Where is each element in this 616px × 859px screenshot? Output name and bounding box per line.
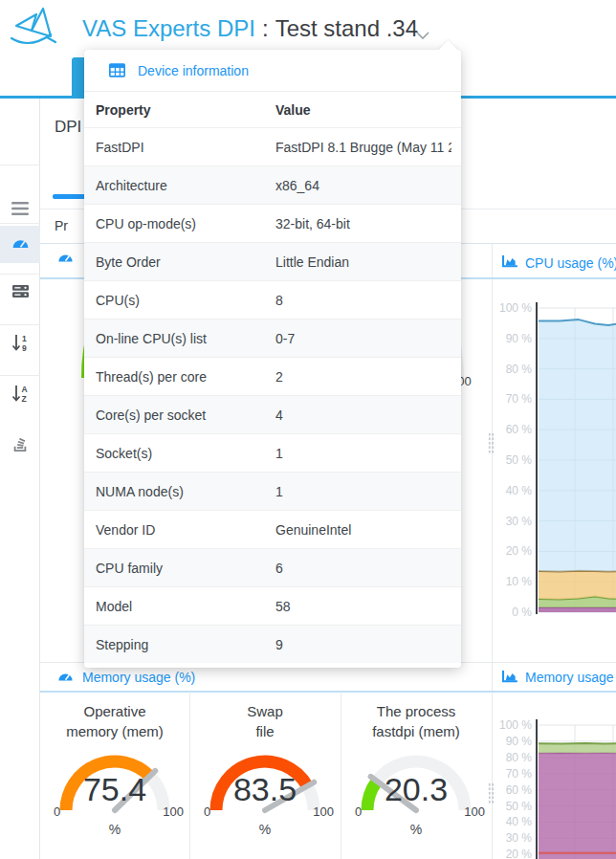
cell-value: 32-bit, 64-bit [275,216,451,231]
gauge-title-line1: Swap [190,702,340,721]
gauge-title-line1: Operative [40,702,189,721]
gauge-title-line1: The process [341,702,491,721]
app-window: VAS Experts DPI:Test stand .34 [0,0,616,859]
y-tick-label: 100 % [486,301,532,315]
cell-property: Model [96,599,275,614]
cell-value: 8 [275,293,451,308]
cell-property: CPU op-mode(s) [96,216,275,231]
menu-item-device-information[interactable]: Device information [84,50,461,92]
svg-text:9: 9 [22,343,27,352]
cell-value: 9 [275,637,451,652]
y-tick-label: 40 % [486,484,532,497]
cell-property: Thread(s) per core [96,369,275,385]
gauge-unit: % [341,822,491,837]
title-separator: : [255,15,275,42]
sidebar-item-devices[interactable] [0,283,40,299]
vas-experts-logo-icon [8,5,63,53]
sidebar-toggle-menu[interactable] [0,201,40,216]
table-row: Model58 [84,586,461,625]
cell-property: NUMA node(s) [96,484,275,499]
svg-text:A: A [22,385,28,394]
memory-gauges-panel-title: Memory usage (%) [82,670,195,685]
cell-property: Core(s) per socket [96,407,275,423]
gauge-fastdpi-process: The process fastdpi (mem) 20.3 0 100 % [341,694,491,859]
gauge-swap-file: Swap file 83.5 0 100 % [190,694,340,859]
y-tick-label: 90 % [486,332,532,345]
y-tick-label: 0 % [486,606,532,619]
sidebar-item-sort-alpha[interactable]: A Z [0,385,40,403]
table-row: Architecturex86_64 [84,165,461,204]
chevron-down-icon[interactable] [416,32,429,41]
table-row: Socket(s)1 [84,433,461,472]
cell-property: Stepping [96,637,275,652]
table-row: Thread(s) per core2 [84,357,461,395]
cell-property: On-line CPU(s) list [96,331,275,346]
cell-value: FastDPI 8.1 Brugge (May 11 201 [275,140,451,155]
server-icon [11,283,30,299]
gauge-value: 20.3 [341,771,491,808]
table-row: CPU(s)8 [84,280,461,319]
cpu-usage-chart [538,298,616,618]
gauge-panel-icon [57,670,74,682]
splitter-grip-icon[interactable] [488,432,495,453]
cell-value: 1 [275,446,451,461]
cell-property: CPU family [96,561,275,576]
memory-gauges-panel-underline [40,691,492,693]
y-tick-label: 40 % [486,815,532,828]
table-row: Vendor IDGenuineIntel [84,510,461,548]
cell-property: Architecture [96,178,275,193]
y-tick-label: 30 % [486,831,532,845]
gauge-value: 75.4 [40,771,189,808]
svg-text:1: 1 [22,334,27,343]
cell-value: 2 [275,369,451,385]
table-row: On-line CPU(s) list0-7 [84,319,461,357]
sidebar-item-sort-numeric[interactable]: 1 9 [0,334,40,352]
y-tick-label: 100 % [486,718,532,732]
sidebar: 1 9 A Z [0,99,40,859]
y-tick-label: 80 % [486,363,532,376]
gauge-unit: % [40,822,189,837]
stack-icon [11,435,29,452]
sidebar-item-dashboard[interactable] [0,226,40,263]
y-tick-label: 20 % [486,544,532,558]
device-selector-label[interactable]: Test stand .34 [275,15,418,42]
gauge-unit: % [190,822,340,837]
sidebar-item-stack[interactable] [0,435,40,452]
dashboard-gauge-icon [11,235,30,250]
table-row: Byte OrderLittle Endian [84,242,461,280]
table-body: FastDPIFastDPI 8.1 Brugge (May 11 201Arc… [84,127,461,663]
y-tick-label: 10 % [486,575,532,588]
splitter-grip-icon[interactable] [488,782,495,804]
brand-name: VAS Experts DPI [82,15,255,42]
cell-property: CPU(s) [96,293,275,308]
table-row: CPU op-mode(s)32-bit, 64-bit [84,204,461,242]
cell-property: FastDPI [96,140,275,155]
gauge-value: 83.5 [190,771,340,808]
cell-value: 6 [275,561,451,576]
page-title: DPI [55,118,81,137]
y-tick-label: 70 % [486,767,532,781]
table-icon [109,63,125,77]
cell-property: Vendor ID [96,522,275,538]
gauge-operative-memory: Operative memory (mem) 75.4 0 100 % [40,694,189,859]
cell-value: 4 [275,407,451,423]
cell-value: 58 [275,599,451,614]
cell-value: Little Endian [275,254,451,270]
device-dropdown-popup: Device information Property Value FastDP… [84,50,461,668]
area-chart-icon [501,670,518,683]
menu-item-label: Device information [138,63,249,78]
cell-property: Socket(s) [96,446,275,461]
cell-value: x86_64 [275,178,451,193]
table-row: CPU family6 [84,548,461,586]
memory-chart-panel-underline [492,691,616,693]
svg-text:Z: Z [22,394,27,403]
table-row: Stepping9 [84,625,461,663]
hamburger-menu-icon [11,201,29,216]
cpu-chart-panel-underline [492,277,616,279]
cpu-chart-panel-title: CPU usage (%) [525,255,616,271]
app-title: VAS Experts DPI:Test stand .34 [82,15,418,42]
cell-property: Byte Order [96,254,275,270]
table-header-property: Property [96,102,275,118]
table-header-value: Value [275,102,451,118]
cell-value: GenuineIntel [275,522,451,538]
